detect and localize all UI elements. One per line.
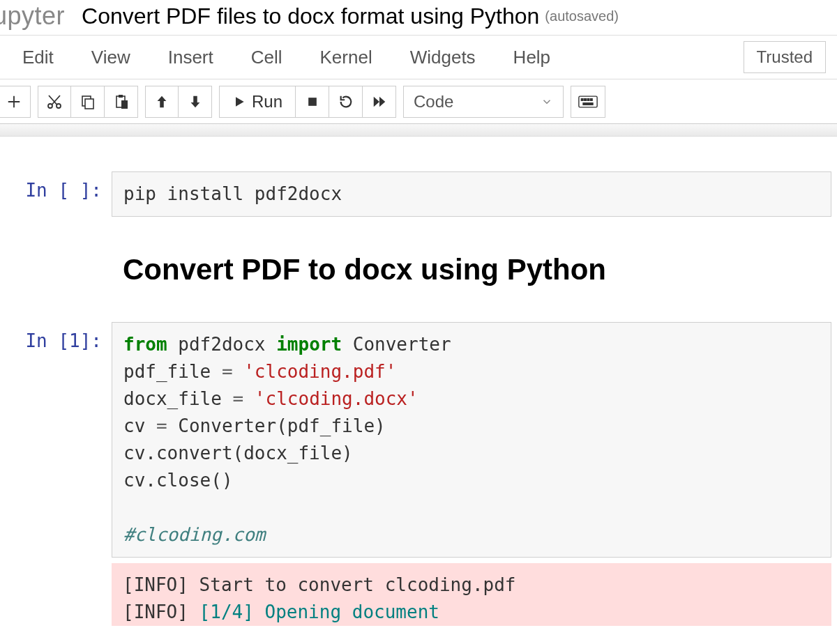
trusted-indicator[interactable]: Trusted [744,41,826,73]
menubar: Edit View Insert Cell Kernel Widgets Hel… [0,35,837,79]
svg-rect-3 [85,99,93,109]
paste-button[interactable] [105,86,138,118]
input-prompt: In [1]: [0,322,112,558]
restart-button[interactable] [329,86,363,118]
menu-kernel[interactable]: Kernel [320,41,396,74]
keyboard-icon [578,95,598,109]
markdown-cell[interactable]: In [ ]: Convert PDF to docx using Python [0,232,837,307]
svg-rect-13 [583,102,593,105]
menu-widgets[interactable]: Widgets [410,41,499,74]
svg-rect-8 [579,96,597,107]
menu-help[interactable]: Help [513,41,574,74]
notebook-area: In [ ]: pip install pdf2docx In [ ]: Con… [0,137,837,629]
cell-type-select[interactable]: Code [403,86,564,118]
svg-rect-10 [585,98,587,100]
notebook-header: upyter Convert PDF files to docx format … [0,0,837,35]
toolbar-shadow [0,124,837,137]
cut-button[interactable] [38,86,71,118]
toolbar: Run Code [0,79,837,124]
stderr-output: [INFO] Start to convert clcoding.pdf [IN… [112,563,831,626]
move-up-button[interactable] [145,86,179,118]
output-prompt [0,563,112,626]
fast-forward-icon [371,94,388,109]
menu-insert[interactable]: Insert [168,41,237,74]
svg-rect-9 [581,98,583,100]
cut-icon [46,93,63,110]
menu-view[interactable]: View [91,41,154,74]
svg-rect-12 [591,98,593,100]
stop-icon [306,95,319,109]
svg-rect-11 [587,98,589,100]
move-down-button[interactable] [179,86,212,118]
markdown-heading: Convert PDF to docx using Python [123,247,820,291]
output-cell: [INFO] Start to convert clcoding.pdf [IN… [0,560,837,629]
arrow-up-icon [154,94,169,109]
copy-icon [80,93,96,110]
arrow-down-icon [188,94,203,109]
jupyter-logo: upyter [0,1,65,31]
autosave-status: (autosaved) [545,8,619,24]
code-input[interactable]: from pdf2docx import Converter pdf_file … [112,322,831,558]
add-icon [6,94,22,109]
svg-rect-6 [121,100,128,109]
copy-button[interactable] [71,86,105,118]
cell-type-value: Code [414,92,453,112]
stop-button[interactable] [296,86,329,118]
code-input[interactable]: pip install pdf2docx [112,171,831,217]
add-cell-button[interactable] [0,86,31,118]
input-prompt: In [ ]: [0,171,112,217]
chevron-down-icon [541,95,553,108]
svg-point-1 [56,104,61,108]
svg-point-0 [48,104,52,108]
svg-rect-7 [308,98,317,106]
notebook-title[interactable]: Convert PDF files to docx format using P… [82,3,539,29]
command-palette-button[interactable] [571,86,605,118]
run-button[interactable]: Run [219,86,296,118]
restart-icon [338,94,354,109]
svg-rect-5 [119,95,123,98]
restart-run-all-button[interactable] [363,86,396,118]
menu-cell[interactable]: Cell [251,41,306,74]
run-label: Run [252,92,282,112]
menu-edit[interactable]: Edit [22,41,77,74]
code-cell[interactable]: In [1]: from pdf2docx import Converter p… [0,319,837,560]
paste-icon [113,93,130,110]
play-icon [232,95,246,109]
code-cell[interactable]: In [ ]: pip install pdf2docx [0,169,837,220]
